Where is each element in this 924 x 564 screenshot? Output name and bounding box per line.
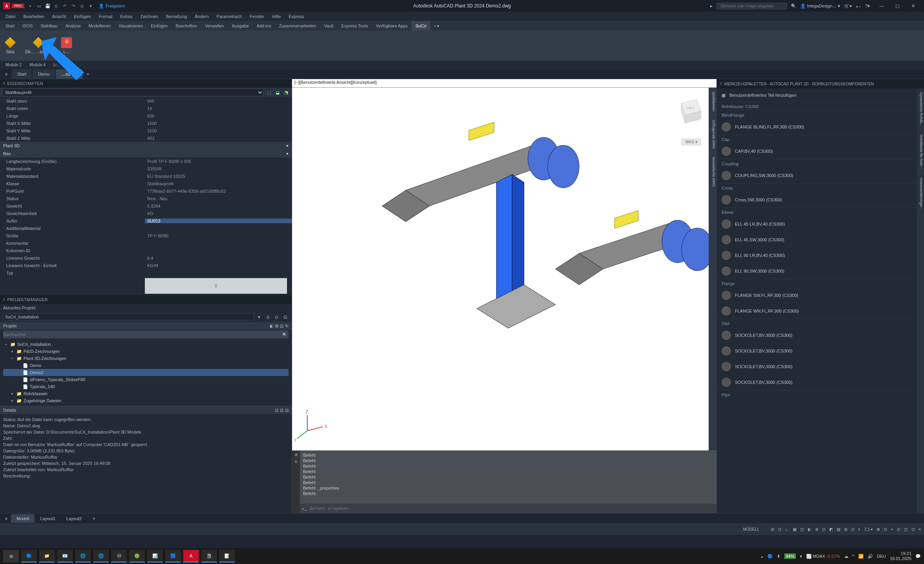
taskbar-app[interactable]: 🌐 <box>93 550 109 562</box>
qat-new-icon[interactable]: ▪ <box>27 3 34 9</box>
property-row[interactable]: SuNoSU013 <box>0 217 292 224</box>
ribbon-tab-add-ins[interactable]: Add-ins <box>253 21 275 31</box>
doc-tab-add-button[interactable]: + <box>83 69 93 79</box>
doc-tab-demo[interactable]: Demo <box>32 69 55 79</box>
property-value[interactable]: 945 <box>145 99 292 103</box>
statusbar-item[interactable]: ◫ <box>904 527 908 531</box>
menu-hilfe[interactable]: Hilfe <box>268 12 285 21</box>
palette-side-tab[interactable]: Rohrklasse für Rohr… <box>917 131 924 174</box>
statusbar-item[interactable]: ⊞ <box>771 527 774 531</box>
statusbar-item[interactable]: ∟ <box>785 527 789 531</box>
help-search-input[interactable] <box>716 3 787 9</box>
window-maximize-button[interactable]: ▢ <box>890 0 905 11</box>
property-value[interactable]: 1500 <box>145 128 292 133</box>
filter-icon-2[interactable]: ⬓ <box>274 89 281 96</box>
property-row[interactable]: KlasseStahlbauprofil <box>0 180 292 187</box>
menu-parametrisch[interactable]: Parametrisch <box>213 12 246 21</box>
search-caret-icon[interactable]: ▸ <box>710 4 713 9</box>
property-value[interactable]: 482 <box>145 136 292 141</box>
layout-menu-icon[interactable]: ≡ <box>2 516 11 521</box>
expand-icon[interactable]: + <box>9 349 15 354</box>
window-close-button[interactable]: ✕ <box>905 0 921 11</box>
statusbar-model-label[interactable]: MODELL <box>743 527 759 531</box>
add-custom-part-button[interactable]: ▦ Benutzerdefiniertes Teil hinzufügen <box>717 89 924 102</box>
property-value[interactable]: KG/M <box>145 263 292 268</box>
ribbon-group-manager[interactable]: Sik… …anager <box>20 31 56 60</box>
menu-ändern[interactable]: Ändern <box>191 12 213 21</box>
property-row[interactable]: PnPGuid773fbda2-6b77-449a-8306-ab0168ff6… <box>0 187 292 195</box>
menu-ansicht[interactable]: Ansicht <box>48 12 70 21</box>
tray-icon[interactable]: 🔵 <box>767 554 773 559</box>
taskbar-app[interactable]: 📧 <box>57 550 73 562</box>
menu-extras[interactable]: Extras <box>116 12 136 21</box>
property-row[interactable]: Lineares Gewicht6.4 <box>0 254 292 262</box>
tree-node[interactable]: +📁Zugehörige Dateien <box>3 397 289 404</box>
property-row[interactable]: Stahl unten19 <box>0 105 292 112</box>
property-value[interactable]: EU Standard 10025 <box>145 174 292 179</box>
details-icon-3[interactable]: ⊡ <box>285 408 289 413</box>
expand-icon[interactable] <box>16 384 21 389</box>
statusbar-item[interactable]: 1:1 ▾ <box>864 527 873 531</box>
qat-save-icon[interactable]: 💾 <box>45 3 51 9</box>
tray-wifi-icon[interactable]: 📶 <box>858 554 864 559</box>
layout-tab-layout1[interactable]: Layout1 <box>34 514 61 523</box>
property-row[interactable]: StatusNew - Neu <box>0 195 292 202</box>
property-row[interactable]: Gewicht5.9264 <box>0 202 292 210</box>
palette-item[interactable]: ELL 45,SW,3000 (CS300) <box>717 232 924 248</box>
statusbar-item[interactable]: ≡ <box>858 527 861 531</box>
taskbar-app[interactable]: Ⓜ <box>111 550 127 562</box>
filter-icon-3[interactable]: ⬔ <box>283 89 289 96</box>
ribbon-tab-stahlbau[interactable]: Stahlbau <box>37 21 61 31</box>
tray-icon[interactable]: ▾ <box>800 554 802 559</box>
property-value[interactable]: 19 <box>145 106 292 111</box>
tray-lang-icon[interactable]: DEU <box>877 554 886 559</box>
expand-icon[interactable] <box>16 377 21 382</box>
taskbar-app[interactable]: 📊 <box>147 550 163 562</box>
pm-bar-icon-4[interactable]: ↻ <box>285 324 289 329</box>
doc-tab-start[interactable]: Start <box>12 69 32 79</box>
palette-side-tab[interactable]: Instrumentierungsr… <box>917 174 924 215</box>
ribbon-tab-zusammenarbeiten[interactable]: Zusammenarbeiten <box>275 21 320 31</box>
tray-time[interactable]: 19:21 <box>890 551 911 556</box>
palette-side-tab[interactable]: Dynamische Rohrkl… <box>917 89 924 131</box>
qat-open-icon[interactable]: ▭ <box>36 3 42 9</box>
doc-tabs-menu-icon[interactable]: ≡ <box>2 69 11 79</box>
qat-dropdown-icon[interactable]: ▾ <box>88 3 94 9</box>
property-value[interactable]: Stahlbauprofil <box>145 181 292 186</box>
ribbon-tab-modellieren[interactable]: Modellieren <box>85 21 115 31</box>
menu-bearbeiten[interactable]: Bearbeiten <box>20 12 48 21</box>
statusbar-item[interactable]: ⊡ <box>822 527 825 531</box>
command-input[interactable] <box>309 506 714 511</box>
tray-icon[interactable]: ⟁ <box>761 554 763 559</box>
window-minimize-button[interactable]: — <box>874 0 890 11</box>
property-row[interactable]: Stahl Z Mitte482 <box>0 134 292 142</box>
filter-icon-1[interactable]: ⬚ <box>266 89 272 96</box>
cmd-close-icon[interactable]: ✕ <box>294 452 298 457</box>
property-row[interactable]: Kolonnen-ID <box>0 247 292 254</box>
statusbar-item[interactable]: ⊡ <box>911 527 915 531</box>
ribbon-tab-beschriften[interactable]: Beschriften <box>172 21 201 31</box>
property-value[interactable]: S355IR <box>145 166 292 171</box>
qat-print-icon[interactable]: ⎙ <box>79 3 85 9</box>
viewport-side-tab[interactable]: Isometrische DWG <box>709 153 716 191</box>
ribbon-tab-isos[interactable]: ISOS <box>18 21 36 31</box>
palette-item[interactable]: COUPLING,SW,3000 (CS300) <box>717 168 924 183</box>
properties-section-plant3d[interactable]: Plant 3D▾ <box>0 142 292 150</box>
tree-node[interactable]: +📁P&ID-Zeichnungen <box>3 348 289 355</box>
taskbar-app[interactable]: ⊞ <box>3 550 19 562</box>
tray-notifications-icon[interactable]: 💬 <box>915 554 921 559</box>
property-row[interactable]: GewichtseinheitKG <box>0 210 292 217</box>
expand-icon[interactable]: − <box>9 356 15 361</box>
qat-undo-icon[interactable]: ↶ <box>62 3 68 9</box>
palette-item[interactable]: FLANGE BLIND,FL,RF,300 (CS300) <box>717 119 924 135</box>
ribbon-tab-ausgabe[interactable]: Ausgabe <box>228 21 253 31</box>
pm-bar-icon-3[interactable]: ⊡ <box>280 324 283 329</box>
taskbar-app[interactable]: 🔵 <box>21 550 37 562</box>
layout-tab-model[interactable]: Modell <box>11 514 34 523</box>
ribbon-tab-verwalten[interactable]: Verwalten <box>201 21 228 31</box>
property-row[interactable]: Langbezeichnung (Größe)Profil TP F 80/80… <box>0 157 292 165</box>
taskbar-app[interactable]: 🟦 <box>165 550 181 562</box>
property-row[interactable]: Länge926 <box>0 112 292 119</box>
cart-icon[interactable]: 🛒▾ <box>844 4 852 9</box>
module-tab[interactable]: Module 2 <box>2 63 25 67</box>
